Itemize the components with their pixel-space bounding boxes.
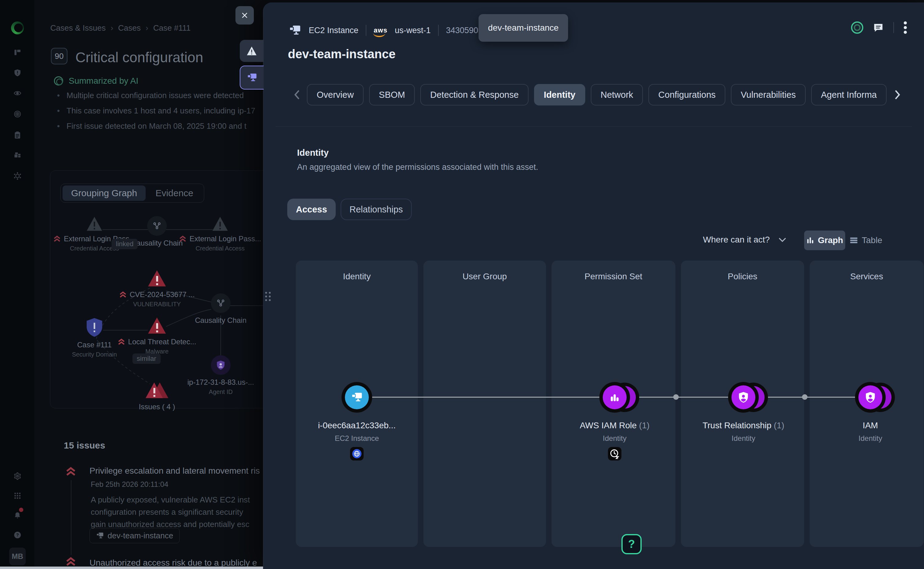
tab-detection-response[interactable]: Detection & Response <box>420 84 529 105</box>
grouping-graph-card: Grouping Graph Evidence External Login P… <box>50 170 269 408</box>
node-subtitle: Security Domain <box>72 351 117 358</box>
section-heading: Identity <box>297 148 329 158</box>
apps-grid-icon[interactable] <box>14 492 21 500</box>
severity-score-badge: 90 <box>51 48 67 64</box>
access-node-aws-iam-role[interactable]: AWS IAM Role (1) Identity <box>559 382 670 461</box>
sidebar-item-reports-clipboard-icon[interactable] <box>14 131 21 139</box>
issue-title[interactable]: Privilege escalation and lateral movemen… <box>90 466 260 476</box>
panel-header-actions <box>851 21 907 34</box>
node-title: Local Threat Detec... <box>128 338 196 346</box>
column-user-group: User Group <box>423 260 546 547</box>
node-title: Issues ( 4 ) <box>139 403 175 411</box>
breadcrumb-case-111[interactable]: Case #111 <box>153 23 191 33</box>
tab-agent-information[interactable]: Agent Informa <box>811 84 887 105</box>
ai-icon <box>54 76 63 85</box>
breadcrumb-separator: › <box>111 23 113 33</box>
monitor-icon <box>246 73 257 82</box>
notification-badge <box>19 508 23 512</box>
globe-icon <box>354 450 360 457</box>
ai-assistant-icon[interactable] <box>851 21 863 34</box>
sidebar-item-inventory-blocks-icon[interactable] <box>14 151 21 159</box>
warning-triangle-icon <box>246 46 257 56</box>
notifications-bell-icon[interactable] <box>14 511 21 519</box>
aws-logo: aws <box>374 26 388 34</box>
node-title: ip-172-31-8-83.us-... <box>187 378 254 386</box>
internet-exposed-badge[interactable] <box>350 447 363 461</box>
graph-node[interactable]: Causality Chain <box>181 294 261 325</box>
close-icon <box>241 11 249 19</box>
edge-label-linked: linked <box>112 239 138 249</box>
asset-name-tooltip: dev-team-instance <box>479 14 568 42</box>
graph-view-button-selected[interactable]: Graph <box>804 231 845 250</box>
toggle-access-selected[interactable]: Access <box>287 199 336 220</box>
asset-tabs: Overview SBOM Detection & Response Ident… <box>307 84 891 106</box>
case-page-background: Cases & Issues › Cases › Case #111 90 Cr… <box>34 0 269 569</box>
breadcrumb-cases-issues[interactable]: Cases & Issues <box>50 23 106 33</box>
kebab-menu-icon[interactable] <box>903 21 907 34</box>
issues-thread-line <box>71 480 71 555</box>
app-logo[interactable] <box>11 21 24 34</box>
horizontal-scrollbar[interactable] <box>0 566 263 569</box>
tab-vulnerabilities[interactable]: Vulnerabilities <box>731 84 805 105</box>
panel-tab-alerts[interactable] <box>240 40 264 62</box>
where-can-it-act-dropdown[interactable]: Where can it act? <box>703 235 786 245</box>
help-question-icon[interactable]: ? <box>14 531 21 539</box>
user-avatar[interactable]: MB <box>9 548 26 565</box>
tabs-scroll-right-icon[interactable] <box>893 90 902 100</box>
graph-node-issues[interactable]: Issues ( 4 ) <box>117 382 197 411</box>
node-subtitle: VULNERABILITY <box>133 301 181 308</box>
breadcrumb-cases[interactable]: Cases <box>118 23 141 33</box>
edge-dot <box>802 394 807 400</box>
main-sidebar: ? MB <box>0 0 34 569</box>
tab-sbom[interactable]: SBOM <box>369 84 415 105</box>
sidebar-item-visibility-eye-icon[interactable] <box>14 89 21 97</box>
issues-count-heading: 15 issues <box>64 440 105 451</box>
section-description: An aggregated view of the permissions as… <box>297 163 538 172</box>
ai-bullet: Multiple critical configuration issues w… <box>57 91 244 100</box>
node-title: External Login Pass... <box>190 234 261 243</box>
graph-node[interactable]: External Login Pass... Credential Access <box>180 216 260 252</box>
access-node-trust-relationship[interactable]: Trust Relationship (1) Identity <box>688 382 799 443</box>
table-list-icon <box>850 237 858 244</box>
tab-network[interactable]: Network <box>591 84 643 105</box>
case-title: Critical configuration <box>75 49 203 65</box>
tabs-scroll-left-icon[interactable] <box>292 90 301 100</box>
dormant-identity-badge[interactable] <box>608 447 622 461</box>
severity-critical-icon <box>65 557 76 566</box>
access-node-iam[interactable]: IAM Identity <box>815 382 924 443</box>
breadcrumb: Cases & Issues › Cases › Case #111 <box>50 23 191 33</box>
tab-identity-selected[interactable]: Identity <box>534 84 585 105</box>
sidebar-item-graph-network-icon[interactable] <box>14 172 21 180</box>
svg-text:?: ? <box>16 532 19 537</box>
divider <box>366 25 366 36</box>
issue-timestamp: Feb 25th 2026 20:11:04 <box>91 480 168 489</box>
sidebar-item-detections-target-icon[interactable] <box>14 110 21 118</box>
node-title: Causality Chain <box>195 316 246 325</box>
asset-detail-panel: EC2 Instance aws us-west-1 343059098 dev… <box>263 3 924 569</box>
close-panel-button[interactable] <box>236 6 254 24</box>
divider <box>438 25 439 36</box>
panel-tab-asset-selected[interactable] <box>240 65 264 90</box>
tab-overview[interactable]: Overview <box>307 84 363 105</box>
sidebar-item-cases-shield-icon[interactable] <box>14 68 21 77</box>
asset-tag-chip[interactable]: dev-team-instance <box>90 528 180 543</box>
asset-header: EC2 Instance aws us-west-1 343059098 dev… <box>289 20 488 41</box>
ai-bullet: First issue detected on March 08, 2025 1… <box>57 122 246 131</box>
access-node-ec2-instance[interactable]: i-0eec6aa12c33eb... EC2 Instance <box>302 382 412 461</box>
toggle-relationships[interactable]: Relationships <box>340 199 412 220</box>
panel-drag-handle[interactable] <box>265 292 272 309</box>
severity-critical-icon <box>65 467 76 476</box>
settings-gear-icon[interactable] <box>14 472 21 480</box>
monitor-icon <box>96 532 104 539</box>
app-screen: Cases & Issues › Cases › Case #111 90 Cr… <box>0 0 924 569</box>
asset-title: dev-team-instance <box>288 47 395 61</box>
asset-type-label: EC2 Instance <box>309 26 359 35</box>
tab-configurations[interactable]: Configurations <box>648 84 725 105</box>
help-button[interactable]: ? <box>622 534 642 554</box>
iam-role-icon <box>609 392 620 403</box>
clock-sleep-icon <box>609 449 620 459</box>
sidebar-item-dashboard[interactable] <box>14 49 21 56</box>
node-subtitle: Credential Access <box>196 245 245 252</box>
comment-icon[interactable] <box>872 22 884 33</box>
table-view-button[interactable]: Table <box>850 231 882 250</box>
